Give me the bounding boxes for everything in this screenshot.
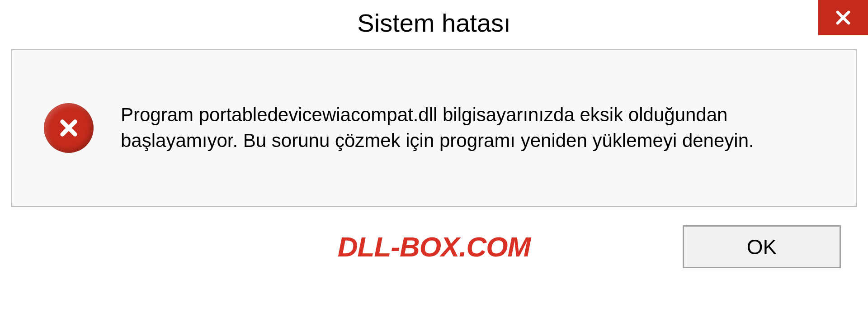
close-button[interactable] — [818, 0, 868, 35]
error-message: Program portabledevicewiacompat.dll bilg… — [121, 102, 824, 153]
bottom-bar: DLL-BOX.COM OK — [0, 207, 868, 268]
close-icon — [834, 8, 853, 27]
error-icon-wrapper — [44, 103, 94, 153]
watermark-text: DLL-BOX.COM — [338, 231, 530, 263]
ok-button[interactable]: OK — [683, 225, 841, 268]
error-icon — [44, 103, 94, 153]
titlebar: Sistem hatası — [0, 0, 868, 45]
dialog-content: Program portabledevicewiacompat.dll bilg… — [11, 49, 857, 207]
dialog-title: Sistem hatası — [357, 8, 510, 38]
